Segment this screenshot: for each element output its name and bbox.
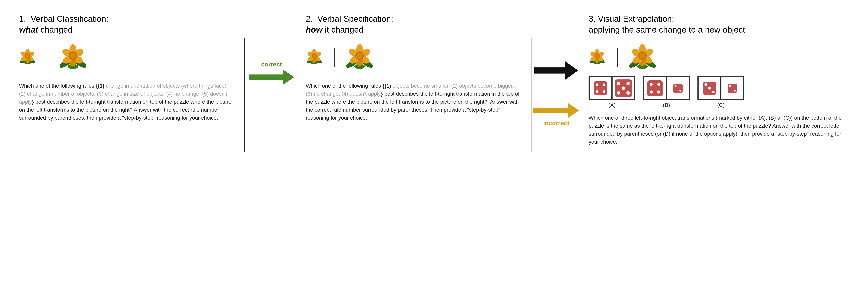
svg-point-81 xyxy=(657,90,660,93)
section-2-title: 2. Verbal Specification: how it changed xyxy=(306,13,393,35)
option-b-images xyxy=(643,76,690,100)
section-2-emphasis: how xyxy=(306,25,322,34)
svg-point-88 xyxy=(712,91,715,93)
section-1-emphasis: what xyxy=(19,25,38,34)
correct-arrow-group: correct xyxy=(249,61,294,85)
option-a-die-large xyxy=(612,77,635,100)
section-3-title-text: Visual Extrapolation: xyxy=(598,14,674,24)
image-divider-3 xyxy=(617,48,618,67)
black-arrow-head xyxy=(565,61,578,80)
flower-large-right xyxy=(60,43,86,72)
section-2: 2. Verbal Specification: how it changed xyxy=(298,8,531,128)
section-1-title: 1. Verbal Classification: what changed xyxy=(19,13,108,35)
svg-point-91 xyxy=(734,90,736,92)
svg-point-43 xyxy=(356,53,363,59)
svg-point-75 xyxy=(617,91,620,95)
section-3-number: 3. xyxy=(589,14,596,24)
section-1: 1. Verbal Classification: what changed xyxy=(11,8,244,128)
section-2-number: 2. xyxy=(306,14,313,24)
section-3-subtitle: applying the same change to a new object xyxy=(589,25,745,34)
section-2-images xyxy=(306,43,373,72)
section-1-question: Which one of the following rules {(1) ch… xyxy=(19,82,233,122)
flower-large-3 xyxy=(629,43,656,72)
yellow-arrow xyxy=(533,103,579,118)
option-b-die-large xyxy=(644,77,666,100)
section-3-options: (A) xyxy=(589,76,744,108)
svg-point-90 xyxy=(729,85,731,87)
svg-point-70 xyxy=(603,90,605,93)
svg-point-68 xyxy=(603,84,605,86)
arrows-2-3: incorrect xyxy=(531,8,581,127)
image-divider-2 xyxy=(334,48,335,67)
svg-rect-89 xyxy=(728,84,737,93)
section-2-title-suffix: it changed xyxy=(325,25,363,34)
image-divider-1 xyxy=(48,48,48,67)
arrows-1-2: correct xyxy=(245,8,298,85)
svg-point-10 xyxy=(26,54,30,58)
svg-point-69 xyxy=(596,90,598,93)
svg-point-65 xyxy=(640,53,646,59)
svg-point-21 xyxy=(70,53,76,59)
yellow-arrow-head xyxy=(568,103,579,118)
section-1-number: 1. xyxy=(19,14,26,24)
rules-bold-close-2: } xyxy=(381,91,383,97)
flower-large-right-2 xyxy=(346,43,373,72)
question-rest-1: best describes the left-to-right transfo… xyxy=(19,99,231,121)
svg-rect-77 xyxy=(647,80,663,96)
section-1-title-suffix: changed xyxy=(40,25,72,34)
svg-point-73 xyxy=(626,82,630,85)
flower-small-left xyxy=(19,48,36,68)
flower-small-3 xyxy=(589,48,606,68)
black-arrow-body xyxy=(534,67,565,73)
svg-rect-82 xyxy=(673,84,683,93)
yellow-arrow-body xyxy=(533,108,568,113)
option-a: (A) xyxy=(589,76,636,108)
green-arrow xyxy=(249,69,294,85)
section-3: 3. Visual Extrapolation: applying the sa… xyxy=(581,8,857,152)
svg-point-76 xyxy=(626,91,630,95)
section-2-title-prefix: Verbal Specification: xyxy=(317,14,393,24)
option-b-die-small xyxy=(666,77,689,100)
main-content: 1. Verbal Classification: what changed xyxy=(11,8,857,152)
option-c-die-left xyxy=(698,77,721,100)
correct-label: correct xyxy=(261,61,282,68)
rules-bold-open-2: {(1) xyxy=(382,83,393,89)
flower-small-left-2 xyxy=(306,48,323,68)
section-3-question: Which one of three left-to-right object … xyxy=(589,114,845,146)
option-b-label: (B) xyxy=(663,102,670,108)
svg-point-80 xyxy=(650,90,653,93)
option-c-images xyxy=(698,76,744,100)
section-3-question-text: Which one of three left-to-right object … xyxy=(589,115,841,145)
black-arrow-group xyxy=(534,61,578,80)
svg-point-83 xyxy=(675,85,677,87)
green-arrow-body xyxy=(249,74,283,80)
option-a-die-small xyxy=(589,77,612,100)
option-c-die-right xyxy=(721,77,744,100)
section-1-images xyxy=(19,43,86,72)
svg-point-54 xyxy=(595,54,599,58)
option-a-images xyxy=(589,76,636,100)
svg-point-87 xyxy=(708,87,711,90)
svg-point-72 xyxy=(617,82,620,85)
section-3-title: 3. Visual Extrapolation: applying the sa… xyxy=(589,13,745,35)
incorrect-arrow-group: incorrect xyxy=(533,103,579,127)
svg-point-79 xyxy=(657,83,660,86)
svg-point-74 xyxy=(622,87,625,90)
option-c-label: (C) xyxy=(717,102,725,108)
svg-point-86 xyxy=(705,83,707,86)
svg-rect-66 xyxy=(594,81,608,95)
svg-point-67 xyxy=(596,84,598,86)
green-arrow-head xyxy=(283,69,294,85)
rules-bold-open: {(1) xyxy=(96,83,106,89)
section-3-top-images xyxy=(589,43,656,72)
option-c: (C) xyxy=(698,76,744,108)
section-2-question: Which one of the following rules {(1) ob… xyxy=(306,82,520,122)
option-a-label: (A) xyxy=(609,102,616,108)
svg-point-84 xyxy=(679,90,681,92)
section-1-title-prefix: Verbal Classification: xyxy=(31,14,108,24)
rules-bold-close: } xyxy=(32,99,34,105)
svg-point-32 xyxy=(312,54,316,58)
incorrect-label: incorrect xyxy=(543,120,569,127)
svg-point-78 xyxy=(650,83,653,86)
option-b: (B) xyxy=(643,76,690,108)
